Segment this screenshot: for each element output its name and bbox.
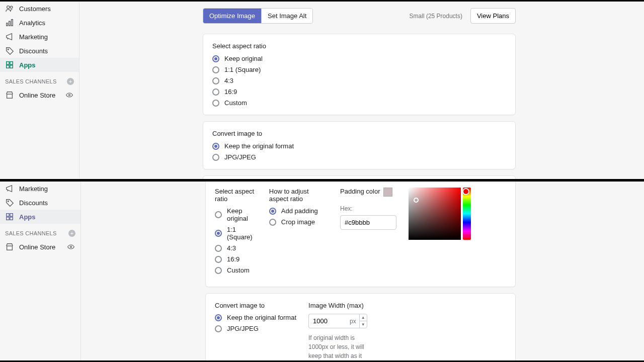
width-help: If original width is 1000px or less, it … xyxy=(308,333,369,360)
nav-discounts[interactable]: Discounts xyxy=(0,44,79,58)
svg-rect-13 xyxy=(7,214,9,216)
svg-rect-4 xyxy=(12,20,13,26)
main-content-bottom: Select aspect ratio Keep original 1:1 (S… xyxy=(81,182,644,360)
radio-keep-format[interactable]: Keep the original format xyxy=(215,314,296,321)
svg-point-0 xyxy=(7,6,10,9)
radio-jpg[interactable]: JPG/JPEG xyxy=(215,325,296,332)
hex-label: Hex: xyxy=(340,205,396,212)
main-content-top: Optimize Image Set Image Alt Small (25 P… xyxy=(79,2,644,179)
radio-label: JPG/JPEG xyxy=(227,325,259,332)
radio-4-3[interactable]: 4:3 xyxy=(215,244,257,252)
adjust-title: How to adjust aspect ratio xyxy=(269,188,328,203)
step-down-icon[interactable]: ▼ xyxy=(360,321,367,328)
marketing-icon xyxy=(5,184,14,193)
svg-point-1 xyxy=(10,6,13,8)
convert-col: Convert image to Keep the original forma… xyxy=(215,302,296,360)
nav-label: Discounts xyxy=(19,199,48,207)
store-icon xyxy=(5,242,14,251)
radio-16-9[interactable]: 16:9 xyxy=(212,88,506,96)
add-channel-icon[interactable]: + xyxy=(67,78,74,85)
color-picker-col xyxy=(409,188,471,278)
products-card: Showing 19 of 19 products xyxy=(203,175,516,179)
nav-online-store[interactable]: Online Store xyxy=(0,88,79,102)
svg-rect-6 xyxy=(7,62,9,64)
tab-optimize-image[interactable]: Optimize Image xyxy=(203,9,261,23)
radio-jpg[interactable]: JPG/JPEG xyxy=(212,153,506,161)
radio-square[interactable]: 1:1 (Square) xyxy=(212,66,506,73)
radio-square[interactable]: 1:1 (Square) xyxy=(215,226,257,241)
tab-set-image-alt[interactable]: Set Image Alt xyxy=(261,9,312,23)
radio-keep-original[interactable]: Keep original xyxy=(215,207,257,222)
nav-customers[interactable]: Customers xyxy=(0,2,79,16)
radio-icon xyxy=(212,77,219,84)
nav-apps[interactable]: Apps xyxy=(0,210,80,224)
color-swatch[interactable] xyxy=(383,188,392,197)
radio-icon xyxy=(215,230,222,237)
nav-label: Customers xyxy=(19,5,51,13)
discounts-icon xyxy=(5,198,14,207)
nav-discounts[interactable]: Discounts xyxy=(0,196,80,210)
radio-icon xyxy=(212,88,219,96)
sales-channels-label: SALES CHANNELS xyxy=(5,230,57,236)
radio-icon xyxy=(212,66,219,73)
add-channel-icon[interactable]: + xyxy=(68,230,75,237)
radio-keep-format[interactable]: Keep the original format xyxy=(212,142,506,150)
radio-label: Keep original xyxy=(224,55,263,62)
discounts-icon xyxy=(5,46,14,55)
radio-label: Custom xyxy=(227,266,250,274)
radio-label: 4:3 xyxy=(227,244,236,252)
radio-crop-image[interactable]: Crop image xyxy=(269,218,328,226)
customers-icon xyxy=(5,4,14,13)
view-plans-button[interactable]: View Plans xyxy=(470,8,516,24)
nav-marketing[interactable]: Marketing xyxy=(0,30,79,44)
radio-4-3[interactable]: 4:3 xyxy=(212,77,506,84)
color-picker xyxy=(409,188,471,240)
nav-online-store[interactable]: Online Store xyxy=(0,240,80,254)
radio-icon xyxy=(215,325,222,332)
unit-label: px xyxy=(347,314,359,328)
hex-input[interactable] xyxy=(340,215,396,230)
aspect-title: Select aspect ratio xyxy=(215,188,257,203)
hue-slider[interactable] xyxy=(463,188,471,240)
aspect-adjust-card: Select aspect ratio Keep original 1:1 (S… xyxy=(205,182,516,287)
plan-info: Small (25 Products) xyxy=(410,13,462,20)
svg-point-18 xyxy=(70,246,71,247)
radio-add-padding[interactable]: Add padding xyxy=(269,207,328,215)
radio-label: Keep original xyxy=(227,207,257,222)
radio-label: Custom xyxy=(224,99,247,107)
padding-col: Padding color Hex: xyxy=(340,188,396,278)
apps-icon xyxy=(5,60,14,69)
radio-label: Crop image xyxy=(281,218,315,226)
nav-analytics[interactable]: Analytics xyxy=(0,16,79,30)
analytics-icon xyxy=(5,18,14,27)
eye-icon[interactable] xyxy=(66,242,75,251)
width-input[interactable] xyxy=(308,314,347,328)
svg-rect-16 xyxy=(10,217,13,220)
radio-label: 4:3 xyxy=(224,77,233,84)
store-icon xyxy=(5,90,14,100)
radio-icon xyxy=(215,245,222,252)
radio-icon xyxy=(212,154,219,161)
radio-icon xyxy=(215,314,222,321)
eye-icon[interactable] xyxy=(65,90,74,100)
radio-icon xyxy=(212,100,219,107)
radio-label: Add padding xyxy=(281,207,318,215)
step-up-icon[interactable]: ▲ xyxy=(360,314,367,321)
nav-label: Marketing xyxy=(19,185,48,193)
sales-channels-header: SALES CHANNELS + xyxy=(0,224,80,240)
saturation-value-field[interactable] xyxy=(409,188,461,240)
radio-label: 1:1 (Square) xyxy=(224,66,261,73)
aspect-title: Select aspect ratio xyxy=(212,42,506,50)
radio-custom[interactable]: Custom xyxy=(215,266,257,274)
padding-title: Padding color xyxy=(340,188,396,197)
radio-icon xyxy=(212,143,219,150)
nav-marketing[interactable]: Marketing xyxy=(0,182,80,196)
sales-channels-header: SALES CHANNELS + xyxy=(0,72,79,88)
radio-icon xyxy=(212,55,219,62)
svg-rect-15 xyxy=(7,217,9,220)
nav-apps[interactable]: Apps xyxy=(0,58,79,72)
radio-keep-original[interactable]: Keep original xyxy=(212,55,506,62)
radio-custom[interactable]: Custom xyxy=(212,99,506,107)
radio-16-9[interactable]: 16:9 xyxy=(215,255,257,263)
width-col: Image Width (max) px ▲ ▼ If original wid… xyxy=(308,302,369,360)
